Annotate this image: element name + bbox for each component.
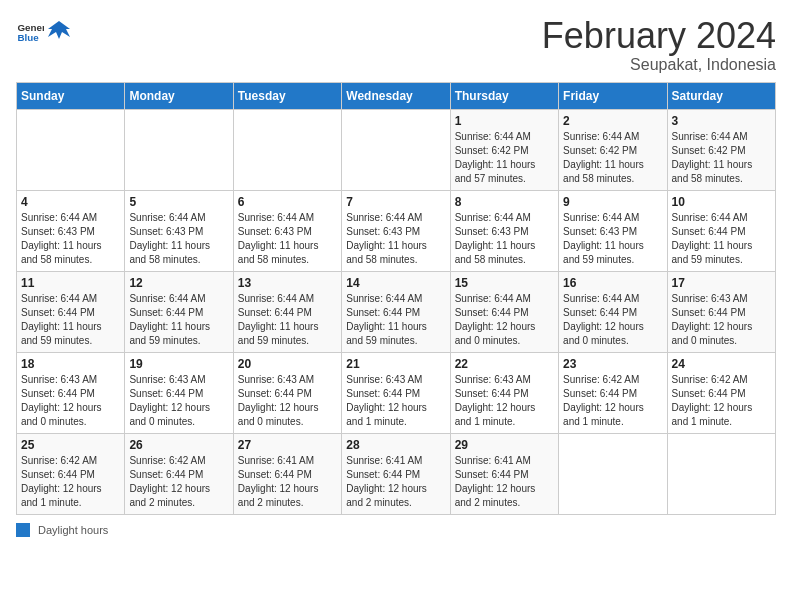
day-info: Sunrise: 6:44 AM Sunset: 6:43 PM Dayligh… xyxy=(563,211,662,267)
calendar-body: 1Sunrise: 6:44 AM Sunset: 6:42 PM Daylig… xyxy=(17,109,776,514)
day-info: Sunrise: 6:44 AM Sunset: 6:44 PM Dayligh… xyxy=(238,292,337,348)
day-number: 14 xyxy=(346,276,445,290)
calendar-day-cell: 6Sunrise: 6:44 AM Sunset: 6:43 PM Daylig… xyxy=(233,190,341,271)
day-info: Sunrise: 6:43 AM Sunset: 6:44 PM Dayligh… xyxy=(21,373,120,429)
day-number: 16 xyxy=(563,276,662,290)
day-number: 5 xyxy=(129,195,228,209)
day-number: 23 xyxy=(563,357,662,371)
calendar-day-cell: 12Sunrise: 6:44 AM Sunset: 6:44 PM Dayli… xyxy=(125,271,233,352)
logo-bird-icon xyxy=(48,19,70,41)
calendar-day-cell: 24Sunrise: 6:42 AM Sunset: 6:44 PM Dayli… xyxy=(667,352,775,433)
calendar-day-cell: 21Sunrise: 6:43 AM Sunset: 6:44 PM Dayli… xyxy=(342,352,450,433)
day-info: Sunrise: 6:44 AM Sunset: 6:43 PM Dayligh… xyxy=(129,211,228,267)
weekday-header-cell: Monday xyxy=(125,82,233,109)
day-number: 10 xyxy=(672,195,771,209)
calendar-day-cell: 25Sunrise: 6:42 AM Sunset: 6:44 PM Dayli… xyxy=(17,433,125,514)
calendar-day-cell: 22Sunrise: 6:43 AM Sunset: 6:44 PM Dayli… xyxy=(450,352,558,433)
weekday-header-cell: Sunday xyxy=(17,82,125,109)
day-info: Sunrise: 6:44 AM Sunset: 6:44 PM Dayligh… xyxy=(346,292,445,348)
calendar-day-cell: 13Sunrise: 6:44 AM Sunset: 6:44 PM Dayli… xyxy=(233,271,341,352)
day-number: 6 xyxy=(238,195,337,209)
calendar-day-cell: 28Sunrise: 6:41 AM Sunset: 6:44 PM Dayli… xyxy=(342,433,450,514)
calendar-day-cell xyxy=(125,109,233,190)
day-info: Sunrise: 6:41 AM Sunset: 6:44 PM Dayligh… xyxy=(455,454,554,510)
calendar-day-cell: 26Sunrise: 6:42 AM Sunset: 6:44 PM Dayli… xyxy=(125,433,233,514)
calendar-day-cell: 29Sunrise: 6:41 AM Sunset: 6:44 PM Dayli… xyxy=(450,433,558,514)
calendar-day-cell xyxy=(559,433,667,514)
day-info: Sunrise: 6:44 AM Sunset: 6:42 PM Dayligh… xyxy=(672,130,771,186)
day-info: Sunrise: 6:44 AM Sunset: 6:44 PM Dayligh… xyxy=(455,292,554,348)
calendar-day-cell: 4Sunrise: 6:44 AM Sunset: 6:43 PM Daylig… xyxy=(17,190,125,271)
calendar-week-row: 1Sunrise: 6:44 AM Sunset: 6:42 PM Daylig… xyxy=(17,109,776,190)
day-number: 4 xyxy=(21,195,120,209)
day-info: Sunrise: 6:43 AM Sunset: 6:44 PM Dayligh… xyxy=(238,373,337,429)
calendar-day-cell: 20Sunrise: 6:43 AM Sunset: 6:44 PM Dayli… xyxy=(233,352,341,433)
legend-box xyxy=(16,523,30,537)
day-info: Sunrise: 6:43 AM Sunset: 6:44 PM Dayligh… xyxy=(346,373,445,429)
svg-text:Blue: Blue xyxy=(17,32,39,43)
logo-icon: General Blue xyxy=(16,16,44,44)
day-info: Sunrise: 6:42 AM Sunset: 6:44 PM Dayligh… xyxy=(563,373,662,429)
day-info: Sunrise: 6:42 AM Sunset: 6:44 PM Dayligh… xyxy=(129,454,228,510)
day-info: Sunrise: 6:43 AM Sunset: 6:44 PM Dayligh… xyxy=(129,373,228,429)
calendar-day-cell: 9Sunrise: 6:44 AM Sunset: 6:43 PM Daylig… xyxy=(559,190,667,271)
day-info: Sunrise: 6:44 AM Sunset: 6:44 PM Dayligh… xyxy=(672,211,771,267)
calendar-day-cell: 2Sunrise: 6:44 AM Sunset: 6:42 PM Daylig… xyxy=(559,109,667,190)
day-info: Sunrise: 6:42 AM Sunset: 6:44 PM Dayligh… xyxy=(21,454,120,510)
day-info: Sunrise: 6:44 AM Sunset: 6:43 PM Dayligh… xyxy=(346,211,445,267)
location-title: Seupakat, Indonesia xyxy=(542,56,776,74)
svg-marker-2 xyxy=(48,21,70,39)
legend-area: Daylight hours xyxy=(16,523,776,537)
page-header: General Blue February 2024 Seupakat, Ind… xyxy=(16,16,776,74)
calendar-day-cell: 23Sunrise: 6:42 AM Sunset: 6:44 PM Dayli… xyxy=(559,352,667,433)
day-number: 28 xyxy=(346,438,445,452)
day-number: 3 xyxy=(672,114,771,128)
weekday-header-cell: Wednesday xyxy=(342,82,450,109)
calendar-day-cell: 15Sunrise: 6:44 AM Sunset: 6:44 PM Dayli… xyxy=(450,271,558,352)
calendar-day-cell: 10Sunrise: 6:44 AM Sunset: 6:44 PM Dayli… xyxy=(667,190,775,271)
calendar-day-cell: 19Sunrise: 6:43 AM Sunset: 6:44 PM Dayli… xyxy=(125,352,233,433)
title-area: February 2024 Seupakat, Indonesia xyxy=(542,16,776,74)
calendar-week-row: 4Sunrise: 6:44 AM Sunset: 6:43 PM Daylig… xyxy=(17,190,776,271)
calendar-day-cell: 3Sunrise: 6:44 AM Sunset: 6:42 PM Daylig… xyxy=(667,109,775,190)
day-number: 11 xyxy=(21,276,120,290)
calendar-day-cell: 14Sunrise: 6:44 AM Sunset: 6:44 PM Dayli… xyxy=(342,271,450,352)
calendar-day-cell xyxy=(342,109,450,190)
calendar-day-cell: 8Sunrise: 6:44 AM Sunset: 6:43 PM Daylig… xyxy=(450,190,558,271)
day-info: Sunrise: 6:43 AM Sunset: 6:44 PM Dayligh… xyxy=(672,292,771,348)
day-info: Sunrise: 6:42 AM Sunset: 6:44 PM Dayligh… xyxy=(672,373,771,429)
day-number: 7 xyxy=(346,195,445,209)
day-number: 25 xyxy=(21,438,120,452)
day-number: 9 xyxy=(563,195,662,209)
day-number: 21 xyxy=(346,357,445,371)
day-info: Sunrise: 6:41 AM Sunset: 6:44 PM Dayligh… xyxy=(346,454,445,510)
day-number: 2 xyxy=(563,114,662,128)
calendar-week-row: 25Sunrise: 6:42 AM Sunset: 6:44 PM Dayli… xyxy=(17,433,776,514)
day-info: Sunrise: 6:44 AM Sunset: 6:44 PM Dayligh… xyxy=(563,292,662,348)
day-number: 13 xyxy=(238,276,337,290)
day-number: 18 xyxy=(21,357,120,371)
calendar-day-cell: 1Sunrise: 6:44 AM Sunset: 6:42 PM Daylig… xyxy=(450,109,558,190)
day-number: 29 xyxy=(455,438,554,452)
weekday-header-cell: Saturday xyxy=(667,82,775,109)
day-number: 26 xyxy=(129,438,228,452)
day-info: Sunrise: 6:44 AM Sunset: 6:42 PM Dayligh… xyxy=(455,130,554,186)
day-number: 1 xyxy=(455,114,554,128)
weekday-header-cell: Friday xyxy=(559,82,667,109)
calendar-day-cell: 16Sunrise: 6:44 AM Sunset: 6:44 PM Dayli… xyxy=(559,271,667,352)
day-info: Sunrise: 6:44 AM Sunset: 6:44 PM Dayligh… xyxy=(21,292,120,348)
day-info: Sunrise: 6:41 AM Sunset: 6:44 PM Dayligh… xyxy=(238,454,337,510)
calendar-day-cell xyxy=(667,433,775,514)
calendar-day-cell: 18Sunrise: 6:43 AM Sunset: 6:44 PM Dayli… xyxy=(17,352,125,433)
calendar-day-cell xyxy=(233,109,341,190)
day-number: 12 xyxy=(129,276,228,290)
day-number: 24 xyxy=(672,357,771,371)
day-number: 8 xyxy=(455,195,554,209)
day-number: 15 xyxy=(455,276,554,290)
calendar-day-cell: 27Sunrise: 6:41 AM Sunset: 6:44 PM Dayli… xyxy=(233,433,341,514)
day-number: 27 xyxy=(238,438,337,452)
day-info: Sunrise: 6:44 AM Sunset: 6:43 PM Dayligh… xyxy=(455,211,554,267)
month-title: February 2024 xyxy=(542,16,776,56)
legend-label: Daylight hours xyxy=(38,524,108,536)
calendar-day-cell: 7Sunrise: 6:44 AM Sunset: 6:43 PM Daylig… xyxy=(342,190,450,271)
